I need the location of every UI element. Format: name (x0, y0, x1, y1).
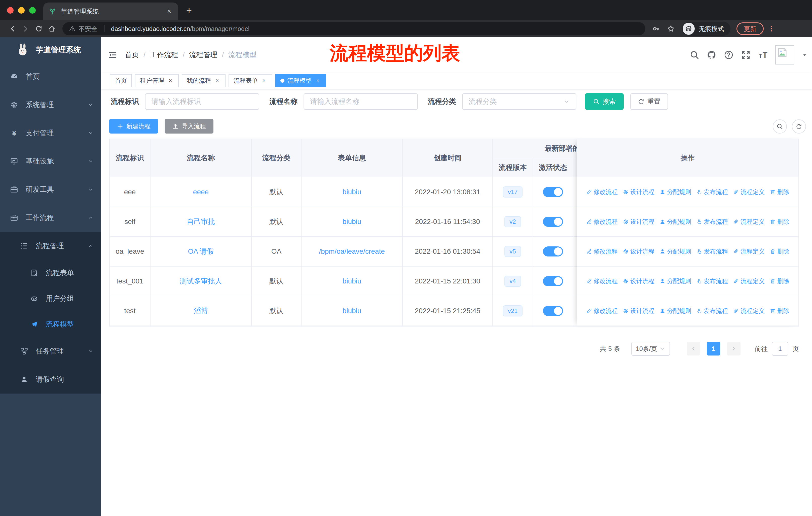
cell-status[interactable] (533, 178, 573, 207)
action-link[interactable]: 分配规则 (660, 277, 691, 285)
breadcrumb-item[interactable]: 流程管理 (189, 50, 218, 60)
bookmark-star-icon[interactable] (667, 25, 674, 32)
sidebar-item-0[interactable]: 首页 (0, 62, 101, 91)
action-link[interactable]: 修改流程 (586, 188, 618, 196)
not-secure-label[interactable]: 不安全 (79, 25, 97, 33)
cell-process-name[interactable]: 测试多审批人 (150, 267, 252, 296)
action-link[interactable]: 分配规则 (660, 218, 691, 226)
action-link[interactable]: 流程定义 (733, 188, 765, 196)
sidebar-item-2[interactable]: ¥支付管理 (0, 119, 101, 147)
app-logo[interactable]: 芋道管理系统 (0, 37, 101, 62)
github-icon[interactable] (707, 50, 716, 60)
cell-status[interactable] (533, 237, 573, 267)
browser-menu-icon[interactable] (768, 25, 775, 32)
fullscreen-icon[interactable] (741, 50, 751, 60)
action-link[interactable]: 设计流程 (623, 218, 655, 226)
active-status-toggle[interactable] (543, 276, 563, 286)
process-name-input[interactable]: 请输入流程名称 (303, 93, 418, 110)
cell-process-name[interactable]: 自己审批 (150, 207, 252, 237)
cell-form-info[interactable]: /bpm/oa/leave/create (301, 237, 403, 267)
cell-form-info[interactable]: biubiu (301, 267, 403, 296)
action-link[interactable]: 删除 (770, 277, 789, 285)
toggle-search-button[interactable] (773, 119, 787, 134)
sidebar-item-1[interactable]: 系统管理 (0, 91, 101, 119)
sidebar-fold-icon[interactable] (108, 50, 117, 60)
breadcrumb-item[interactable]: 工作流程 (150, 50, 178, 60)
sidebar-item-8[interactable]: 用户分组 (0, 286, 101, 311)
action-link[interactable]: 分配规则 (660, 307, 691, 315)
action-link[interactable]: 设计流程 (623, 307, 655, 315)
action-link[interactable]: 修改流程 (586, 307, 618, 315)
action-link[interactable]: 删除 (770, 307, 789, 315)
action-link[interactable]: 流程定义 (733, 218, 765, 226)
next-page-button[interactable] (727, 342, 741, 355)
tab-close-icon[interactable]: × (165, 7, 173, 16)
create-process-button[interactable]: 新建流程 (109, 119, 158, 134)
action-link[interactable]: 发布流程 (696, 218, 728, 226)
browser-update-button[interactable]: 更新 (736, 22, 764, 35)
active-status-toggle[interactable] (543, 306, 563, 316)
cell-status[interactable] (533, 207, 573, 237)
tag-close-icon[interactable]: × (214, 77, 221, 84)
user-avatar[interactable] (775, 45, 794, 64)
sidebar-item-4[interactable]: 研发工具 (0, 175, 101, 203)
action-link[interactable]: 删除 (770, 188, 789, 196)
category-select[interactable]: 流程分类 (462, 93, 576, 110)
new-tab-button[interactable]: + (186, 5, 192, 16)
goto-page-input[interactable]: 1 (772, 342, 788, 356)
password-key-icon[interactable] (652, 25, 660, 32)
help-icon[interactable] (724, 50, 733, 60)
sidebar-item-10[interactable]: 任务管理 (0, 337, 101, 365)
header-search-icon[interactable] (690, 50, 699, 60)
tag-close-icon[interactable]: × (261, 77, 267, 84)
back-icon[interactable] (6, 25, 19, 32)
cell-form-info[interactable]: biubiu (301, 207, 403, 237)
page-size-select[interactable]: 10条/页 (631, 342, 670, 356)
zoom-window-button[interactable] (29, 7, 36, 13)
sidebar-item-11[interactable]: 请假查询 (0, 365, 101, 393)
tag-close-icon[interactable]: × (315, 77, 321, 84)
font-size-icon[interactable]: TT (758, 50, 768, 60)
action-link[interactable]: 发布流程 (696, 188, 728, 196)
import-process-button[interactable]: 导入流程 (165, 119, 213, 134)
action-link[interactable]: 删除 (770, 247, 789, 255)
action-link[interactable]: 分配规则 (660, 247, 691, 255)
reload-icon[interactable] (32, 25, 45, 32)
sidebar-item-7[interactable]: 流程表单 (0, 260, 101, 286)
forward-icon[interactable] (19, 25, 32, 32)
reset-button[interactable]: 重置 (630, 93, 668, 110)
action-link[interactable]: 修改流程 (586, 247, 618, 255)
cell-process-name[interactable]: eeee (150, 178, 252, 207)
action-link[interactable]: 发布流程 (696, 277, 728, 285)
nav-tag[interactable]: 我的流程× (182, 74, 226, 87)
close-window-button[interactable] (7, 7, 13, 13)
action-link[interactable]: 设计流程 (623, 188, 655, 196)
breadcrumb-item[interactable]: 首页 (125, 50, 139, 60)
search-button[interactable]: 搜索 (585, 93, 624, 110)
active-status-toggle[interactable] (543, 217, 563, 227)
cell-process-name[interactable]: OA 请假 (150, 237, 252, 267)
sidebar-item-5[interactable]: 工作流程 (0, 203, 101, 232)
cell-status[interactable] (533, 267, 573, 296)
action-link[interactable]: 流程定义 (733, 247, 765, 255)
nav-tag[interactable]: 租户管理× (135, 74, 179, 87)
prev-page-button[interactable] (687, 342, 700, 355)
window-controls[interactable] (7, 7, 36, 13)
nav-tag[interactable]: 流程表单× (229, 74, 272, 87)
avatar-caret-icon[interactable] (802, 52, 808, 58)
action-link[interactable]: 修改流程 (586, 277, 618, 285)
home-icon[interactable] (45, 25, 58, 32)
cell-form-info[interactable]: biubiu (301, 178, 403, 207)
nav-tag[interactable]: 流程模型× (276, 74, 326, 87)
action-link[interactable]: 设计流程 (623, 277, 655, 285)
tag-close-icon[interactable]: × (167, 77, 174, 84)
page-number-current[interactable]: 1 (707, 342, 720, 355)
minimize-window-button[interactable] (18, 7, 25, 13)
active-status-toggle[interactable] (543, 246, 563, 256)
action-link[interactable]: 设计流程 (623, 247, 655, 255)
browser-tab[interactable]: 芋道管理系统 × (43, 2, 178, 20)
action-link[interactable]: 分配规则 (660, 188, 691, 196)
active-status-toggle[interactable] (543, 187, 563, 197)
action-link[interactable]: 流程定义 (733, 307, 765, 315)
action-link[interactable]: 删除 (770, 218, 789, 226)
